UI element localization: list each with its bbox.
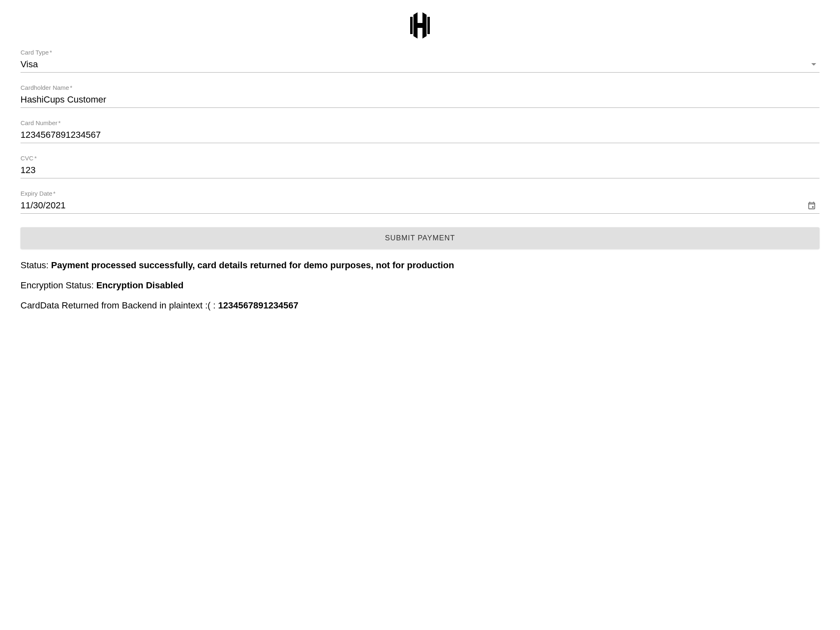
- encryption-prefix: Encryption Status:: [21, 280, 96, 290]
- cardholder-name-input[interactable]: [21, 94, 819, 106]
- carddata-line: CardData Returned from Backend in plaint…: [21, 299, 819, 312]
- card-number-label: Card Number*: [21, 119, 819, 126]
- carddata-prefix: CardData Returned from Backend in plaint…: [21, 300, 218, 310]
- card-type-select[interactable]: Visa: [21, 58, 819, 73]
- logo-container: [21, 12, 819, 39]
- expiry-date-input[interactable]: [21, 199, 807, 212]
- cvc-input[interactable]: [21, 164, 819, 176]
- status-prefix: Status:: [21, 260, 51, 270]
- svg-rect-2: [812, 206, 814, 208]
- encryption-status-line: Encryption Status: Encryption Disabled: [21, 279, 819, 292]
- expiry-date-label: Expiry Date*: [21, 190, 819, 197]
- svg-rect-0: [410, 17, 413, 34]
- card-number-input[interactable]: [21, 129, 819, 141]
- card-type-label: Card Type*: [21, 49, 819, 56]
- card-type-value: Visa: [21, 58, 811, 71]
- carddata-value: 1234567891234567: [218, 300, 299, 310]
- card-number-field: Card Number*: [21, 119, 819, 143]
- submit-payment-button[interactable]: SUBMIT PAYMENT: [21, 227, 819, 249]
- chevron-down-icon: [811, 63, 816, 66]
- calendar-icon[interactable]: [807, 201, 816, 210]
- svg-rect-1: [427, 17, 430, 34]
- cvc-label: CVC*: [21, 155, 819, 162]
- cardholder-name-label: Cardholder Name*: [21, 84, 819, 91]
- hashicorp-logo-icon: [407, 12, 433, 39]
- cvc-field: CVC*: [21, 155, 819, 178]
- status-value: Payment processed successfully, card det…: [51, 260, 454, 270]
- cardholder-name-field: Cardholder Name*: [21, 84, 819, 108]
- encryption-value: Encryption Disabled: [96, 280, 184, 290]
- card-type-field: Card Type* Visa: [21, 49, 819, 73]
- expiry-date-field: Expiry Date*: [21, 190, 819, 214]
- status-line: Status: Payment processed successfully, …: [21, 259, 819, 272]
